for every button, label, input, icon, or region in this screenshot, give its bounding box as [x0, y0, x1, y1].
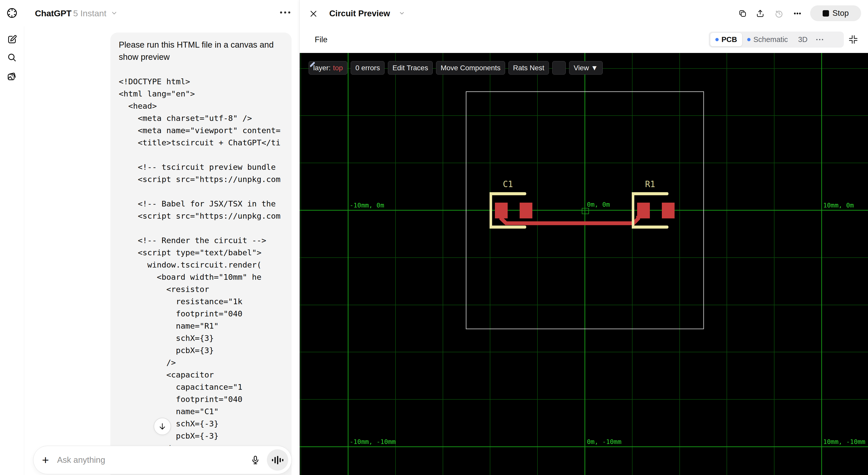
pcb-toolbar: layer: top 0 errors Edit Traces Move Com…	[309, 61, 603, 75]
component-label-c1[interactable]: C1	[490, 179, 526, 189]
user-prompt-text: Please run this HTML file in a canvas an…	[119, 39, 284, 63]
code-line: window.tscircuit.render(	[119, 259, 291, 271]
code-line: <head>	[119, 100, 291, 112]
arrow-down-icon	[159, 422, 166, 430]
code-line: <html lang="en">	[119, 88, 291, 100]
voice-mode-button[interactable]	[267, 449, 288, 471]
view-mode-tabs: PCB Schematic 3D	[709, 32, 844, 47]
scroll-to-bottom-button[interactable]	[154, 418, 171, 435]
chevron-down-icon[interactable]	[111, 11, 117, 16]
copy-icon[interactable]	[738, 9, 747, 18]
code-line: <resistor	[119, 283, 291, 295]
grid-label-right-bottom: 10mm, -10mm	[823, 438, 865, 445]
tab-pcb[interactable]: PCB	[710, 33, 742, 46]
code-line: name="R1"	[119, 320, 291, 332]
pcb-graphics	[300, 53, 868, 475]
file-menu[interactable]: File	[315, 35, 328, 44]
code-line: schX={3}	[119, 332, 291, 344]
library-icon[interactable]	[6, 71, 18, 82]
model-selector[interactable]: 5 Instant	[73, 8, 106, 18]
move-components-button[interactable]: Move Components	[436, 61, 505, 75]
panel-options-icon[interactable]	[793, 9, 802, 18]
code-line: <script type="text/babel">	[119, 246, 291, 259]
code-line: <board width="10mm" he	[119, 271, 291, 283]
search-icon[interactable]	[6, 52, 18, 63]
grid-label-left-mid: -10mm, 0m	[350, 202, 384, 209]
code-line	[119, 222, 291, 234]
chevron-down-icon[interactable]	[399, 11, 405, 16]
user-message-bubble: Please run this HTML file in a canvas an…	[110, 33, 291, 475]
pcb-canvas[interactable]: C1 R1 -10mm, 0m 0m, 0m 10mm, 0m -10mm, -…	[300, 53, 868, 475]
code-line: <script src="https://unpkg.com	[119, 210, 291, 222]
chat-header: ChatGPT 5 Instant	[24, 0, 300, 27]
collapse-icon[interactable]	[847, 34, 859, 45]
grid-label-right-mid: 10mm, 0m	[823, 202, 854, 209]
code-line: <meta name="viewport" content=	[119, 124, 291, 136]
stop-label: Stop	[833, 9, 849, 18]
layer-value: top	[333, 64, 343, 72]
code-line: <!-- Render the circuit -->	[119, 234, 291, 246]
pencil-icon	[309, 61, 316, 69]
panel-title[interactable]: Circuit Preview	[329, 9, 390, 18]
component-label-r1[interactable]: R1	[632, 179, 669, 189]
close-icon[interactable]	[309, 9, 318, 18]
tab-3d[interactable]: 3D	[793, 33, 813, 46]
code-line: <meta charset="utf-8" />	[119, 112, 291, 124]
code-line: name="C1"	[119, 405, 291, 417]
tab-3d-label: 3D	[798, 35, 808, 44]
schematic-dot-icon	[747, 38, 750, 41]
code-line: resistance="1k	[119, 295, 291, 307]
pcb-dot-icon	[715, 38, 719, 41]
edit-traces-button[interactable]: Edit Traces	[388, 61, 433, 75]
attach-plus-icon[interactable]: +	[42, 454, 49, 466]
code-line: <capacitor	[119, 369, 291, 381]
message-input-placeholder[interactable]: Ask anything	[57, 455, 250, 465]
app-sidebar	[0, 0, 24, 475]
code-line: footprint="040	[119, 307, 291, 320]
code-line: <!-- Babel for JSX/TSX in the	[119, 198, 291, 210]
code-block: <!DOCTYPE html><html lang="en"> <head> <…	[119, 75, 291, 454]
tab-schematic-label: Schematic	[753, 35, 788, 44]
code-line	[119, 185, 291, 198]
code-line	[119, 149, 291, 161]
view-dropdown-button[interactable]: View ▼	[569, 61, 603, 75]
code-line: capacitance="1	[119, 381, 291, 393]
app-title[interactable]: ChatGPT	[35, 8, 71, 18]
code-line: <!-- tscircuit preview bundle	[119, 161, 291, 173]
pencil-tool-button[interactable]	[552, 61, 566, 75]
grid-label-left-bottom: -10mm, -10mm	[350, 438, 396, 445]
code-line: <title>tscircuit + ChatGPT</ti	[119, 136, 291, 149]
stop-button[interactable]: Stop	[810, 5, 861, 21]
stop-square-icon	[823, 10, 829, 16]
history-icon[interactable]	[774, 9, 784, 18]
code-line: schX={-3}	[119, 417, 291, 430]
errors-button[interactable]: 0 errors	[351, 61, 384, 75]
microphone-icon[interactable]	[250, 455, 260, 465]
code-line: pcbX={-3}	[119, 430, 291, 442]
code-line: <!DOCTYPE html>	[119, 75, 291, 88]
code-line: footprint="040	[119, 393, 291, 405]
tab-pcb-label: PCB	[721, 35, 737, 44]
canvas-panel: Circuit Preview Stop File	[300, 0, 868, 475]
rats-nest-button[interactable]: Rats Nest	[508, 61, 549, 75]
message-composer[interactable]: + Ask anything	[33, 446, 292, 474]
tab-schematic[interactable]: Schematic	[742, 33, 793, 46]
chatgpt-logo-icon	[6, 7, 18, 19]
code-line: <script src="https://unpkg.com	[119, 173, 291, 185]
new-chat-icon[interactable]	[6, 34, 18, 45]
code-line: pcbX={3}	[119, 344, 291, 357]
grid-label-center-bottom: 0m, -10mm	[587, 438, 621, 445]
share-icon[interactable]	[755, 9, 765, 18]
chat-options-icon[interactable]	[280, 11, 290, 13]
origin-marker	[582, 208, 589, 214]
grid-label-origin: 0m, 0m	[587, 201, 610, 208]
code-line: />	[119, 357, 291, 369]
tabs-more-icon[interactable]	[813, 39, 827, 40]
